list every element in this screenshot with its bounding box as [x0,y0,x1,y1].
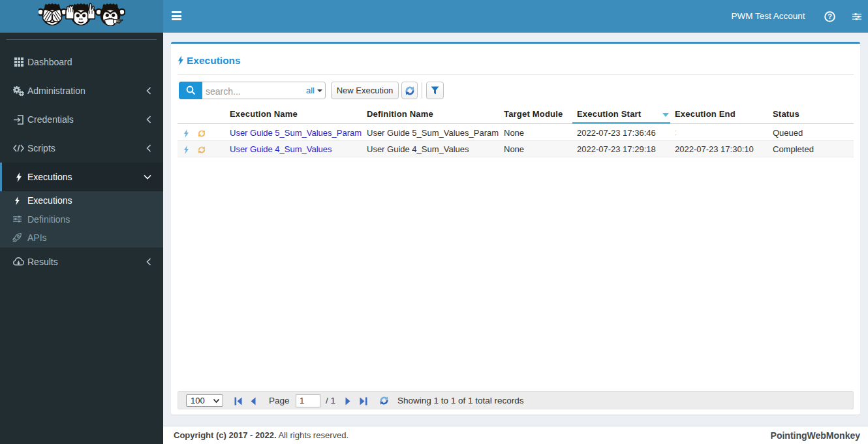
svg-text:?: ? [828,12,832,20]
